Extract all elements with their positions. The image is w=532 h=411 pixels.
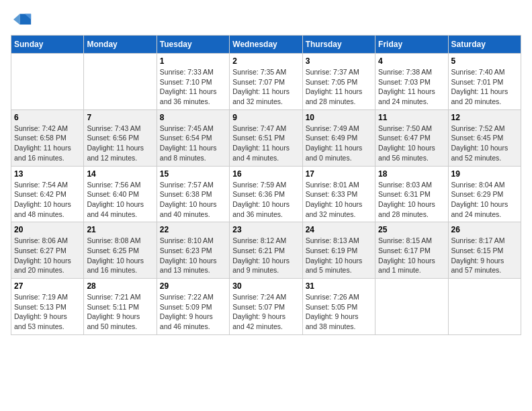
day-number: 13 [14,169,81,179]
day-number: 6 [14,113,81,122]
day-number: 19 [451,169,518,179]
day-info: Sunrise: 7:43 AM Sunset: 6:56 PM Dayligh… [87,124,153,163]
day-info: Sunrise: 7:40 AM Sunset: 7:01 PM Dayligh… [451,67,518,107]
day-info: Sunrise: 7:21 AM Sunset: 5:11 PM Dayligh… [87,292,153,332]
day-number: 11 [378,113,445,122]
calendar-cell: 5Sunrise: 7:40 AM Sunset: 7:01 PM Daylig… [448,54,521,110]
calendar-cell: 29Sunrise: 7:22 AM Sunset: 5:09 PM Dayli… [157,279,229,335]
calendar-cell: 3Sunrise: 7:37 AM Sunset: 7:05 PM Daylig… [302,54,375,110]
day-number: 8 [160,113,226,122]
calendar-cell: 16Sunrise: 7:59 AM Sunset: 6:36 PM Dayli… [230,166,302,222]
col-header-friday: Friday [375,36,448,54]
calendar-week-1: 1Sunrise: 7:33 AM Sunset: 7:10 PM Daylig… [11,54,521,110]
day-number: 23 [232,225,299,234]
day-info: Sunrise: 7:49 AM Sunset: 6:49 PM Dayligh… [306,124,372,163]
day-number: 3 [306,56,372,66]
calendar-cell: 17Sunrise: 8:01 AM Sunset: 6:33 PM Dayli… [302,166,375,222]
day-number: 9 [232,113,299,122]
calendar-cell: 9Sunrise: 7:47 AM Sunset: 6:51 PM Daylig… [230,109,302,166]
day-number: 15 [160,169,226,179]
calendar-cell: 15Sunrise: 7:57 AM Sunset: 6:38 PM Dayli… [157,166,229,222]
day-info: Sunrise: 8:17 AM Sunset: 6:15 PM Dayligh… [451,236,518,275]
col-header-wednesday: Wednesday [230,36,302,54]
calendar-cell: 11Sunrise: 7:50 AM Sunset: 6:47 PM Dayli… [375,109,448,166]
day-info: Sunrise: 8:04 AM Sunset: 6:29 PM Dayligh… [451,180,518,220]
calendar-cell: 31Sunrise: 7:26 AM Sunset: 5:05 PM Dayli… [302,279,375,335]
calendar-week-4: 20Sunrise: 8:06 AM Sunset: 6:27 PM Dayli… [11,222,521,279]
day-info: Sunrise: 7:22 AM Sunset: 5:09 PM Dayligh… [160,292,226,332]
day-info: Sunrise: 7:24 AM Sunset: 5:07 PM Dayligh… [232,292,299,332]
day-info: Sunrise: 7:56 AM Sunset: 6:40 PM Dayligh… [87,180,153,220]
calendar-cell: 22Sunrise: 8:10 AM Sunset: 6:23 PM Dayli… [157,222,229,279]
day-number: 5 [451,56,518,66]
day-info: Sunrise: 8:15 AM Sunset: 6:17 PM Dayligh… [378,236,445,275]
col-header-thursday: Thursday [302,36,375,54]
day-info: Sunrise: 8:12 AM Sunset: 6:21 PM Dayligh… [232,236,299,275]
calendar-header-row: SundayMondayTuesdayWednesdayThursdayFrid… [11,36,521,54]
page-header [11,11,521,30]
calendar-cell: 12Sunrise: 7:52 AM Sunset: 6:45 PM Dayli… [448,109,521,166]
calendar-cell: 28Sunrise: 7:21 AM Sunset: 5:11 PM Dayli… [84,279,157,335]
day-info: Sunrise: 8:10 AM Sunset: 6:23 PM Dayligh… [160,236,226,275]
col-header-monday: Monday [84,36,157,54]
day-number: 21 [87,225,153,234]
calendar-cell: 7Sunrise: 7:43 AM Sunset: 6:56 PM Daylig… [84,109,157,166]
day-info: Sunrise: 7:54 AM Sunset: 6:42 PM Dayligh… [14,180,81,220]
day-number: 27 [14,281,81,291]
day-number: 2 [232,56,299,66]
calendar-cell: 21Sunrise: 8:08 AM Sunset: 6:25 PM Dayli… [84,222,157,279]
day-number: 18 [378,169,445,179]
calendar-cell: 20Sunrise: 8:06 AM Sunset: 6:27 PM Dayli… [11,222,84,279]
day-number: 22 [160,225,226,234]
col-header-tuesday: Tuesday [157,36,229,54]
calendar-cell [448,279,521,335]
day-number: 1 [160,56,226,66]
day-info: Sunrise: 8:01 AM Sunset: 6:33 PM Dayligh… [306,180,372,220]
day-number: 16 [232,169,299,179]
calendar-cell: 1Sunrise: 7:33 AM Sunset: 7:10 PM Daylig… [157,54,229,110]
day-info: Sunrise: 7:47 AM Sunset: 6:51 PM Dayligh… [232,124,299,163]
day-number: 31 [306,281,372,291]
day-number: 4 [378,56,445,66]
day-number: 26 [451,225,518,234]
day-info: Sunrise: 8:06 AM Sunset: 6:27 PM Dayligh… [14,236,81,275]
svg-marker-1 [13,14,19,25]
day-number: 17 [306,169,372,179]
calendar-week-5: 27Sunrise: 7:19 AM Sunset: 5:13 PM Dayli… [11,279,521,335]
day-info: Sunrise: 7:42 AM Sunset: 6:58 PM Dayligh… [14,124,81,163]
day-info: Sunrise: 7:33 AM Sunset: 7:10 PM Dayligh… [160,67,226,107]
day-number: 20 [14,225,81,234]
day-number: 25 [378,225,445,234]
day-info: Sunrise: 7:26 AM Sunset: 5:05 PM Dayligh… [306,292,372,332]
day-info: Sunrise: 8:08 AM Sunset: 6:25 PM Dayligh… [87,236,153,275]
calendar-cell: 25Sunrise: 8:15 AM Sunset: 6:17 PM Dayli… [375,222,448,279]
calendar-cell: 2Sunrise: 7:35 AM Sunset: 7:07 PM Daylig… [230,54,302,110]
day-info: Sunrise: 7:37 AM Sunset: 7:05 PM Dayligh… [306,67,372,107]
day-info: Sunrise: 7:19 AM Sunset: 5:13 PM Dayligh… [14,292,81,332]
logo-icon [13,11,32,30]
day-number: 10 [306,113,372,122]
day-number: 14 [87,169,153,179]
col-header-sunday: Sunday [11,36,84,54]
day-info: Sunrise: 7:59 AM Sunset: 6:36 PM Dayligh… [232,180,299,220]
col-header-saturday: Saturday [448,36,521,54]
calendar-table: SundayMondayTuesdayWednesdayThursdayFrid… [11,35,521,335]
calendar-cell: 19Sunrise: 8:04 AM Sunset: 6:29 PM Dayli… [448,166,521,222]
calendar-cell: 18Sunrise: 8:03 AM Sunset: 6:31 PM Dayli… [375,166,448,222]
day-info: Sunrise: 7:35 AM Sunset: 7:07 PM Dayligh… [232,67,299,107]
day-info: Sunrise: 7:57 AM Sunset: 6:38 PM Dayligh… [160,180,226,220]
day-info: Sunrise: 7:38 AM Sunset: 7:03 PM Dayligh… [378,67,445,107]
calendar-cell: 4Sunrise: 7:38 AM Sunset: 7:03 PM Daylig… [375,54,448,110]
day-number: 12 [451,113,518,122]
calendar-cell: 8Sunrise: 7:45 AM Sunset: 6:54 PM Daylig… [157,109,229,166]
calendar-cell [11,54,84,110]
day-info: Sunrise: 8:13 AM Sunset: 6:19 PM Dayligh… [306,236,372,275]
calendar-cell [375,279,448,335]
calendar-cell: 26Sunrise: 8:17 AM Sunset: 6:15 PM Dayli… [448,222,521,279]
day-info: Sunrise: 7:50 AM Sunset: 6:47 PM Dayligh… [378,124,445,163]
day-info: Sunrise: 8:03 AM Sunset: 6:31 PM Dayligh… [378,180,445,220]
calendar-week-3: 13Sunrise: 7:54 AM Sunset: 6:42 PM Dayli… [11,166,521,222]
calendar-cell: 6Sunrise: 7:42 AM Sunset: 6:58 PM Daylig… [11,109,84,166]
day-info: Sunrise: 7:52 AM Sunset: 6:45 PM Dayligh… [451,124,518,163]
calendar-cell: 13Sunrise: 7:54 AM Sunset: 6:42 PM Dayli… [11,166,84,222]
